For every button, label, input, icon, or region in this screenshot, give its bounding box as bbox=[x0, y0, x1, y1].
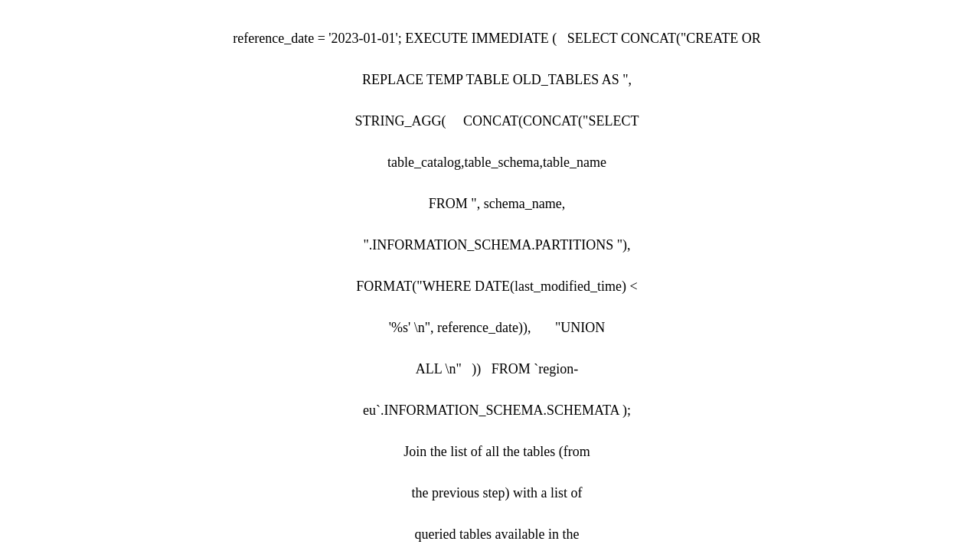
main-content: reference_date = '2023-01-01'; EXECUTE I… bbox=[0, 0, 980, 551]
line9: ALL \n" )) FROM `region- bbox=[416, 361, 579, 377]
line12: the previous step) with a list of bbox=[412, 485, 583, 500]
line5: FROM ", schema_name, bbox=[429, 196, 565, 211]
line7: FORMAT("WHERE DATE(last_modified_time) < bbox=[356, 279, 637, 294]
line2: REPLACE TEMP TABLE OLD_TABLES AS ", bbox=[362, 72, 632, 87]
line4: table_catalog,table_schema,table_name bbox=[387, 155, 606, 170]
line8: '%s' \n", reference_date)), "UNION bbox=[389, 320, 606, 335]
line11: Join the list of all the tables (from bbox=[403, 444, 590, 459]
line10: eu`.INFORMATION_SCHEMA.SCHEMATA ); bbox=[363, 403, 631, 418]
line6: ".INFORMATION_SCHEMA.PARTITIONS "), bbox=[364, 237, 631, 253]
code-text: reference_date = '2023-01-01'; EXECUTE I… bbox=[153, 8, 827, 551]
line3: STRING_AGG( CONCAT(CONCAT("SELECT bbox=[355, 113, 639, 129]
line1: reference_date = '2023-01-01'; EXECUTE I… bbox=[233, 31, 761, 46]
line13: queried tables available in the bbox=[415, 527, 580, 542]
